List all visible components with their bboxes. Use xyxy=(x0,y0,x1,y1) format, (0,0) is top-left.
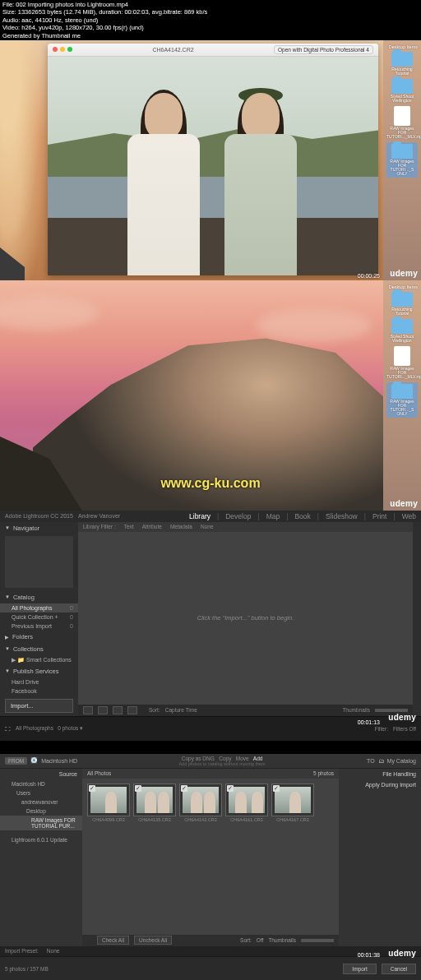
desktop-item-selected[interactable]: RAW Images FOR TUTORI..._S ONLY xyxy=(386,142,418,178)
sidebar-header: Desktop Items xyxy=(383,44,421,50)
filter-tab-metadata[interactable]: Metadata xyxy=(170,524,192,529)
grid-empty-message: Click the "Import..." button to begin. xyxy=(78,532,413,705)
mode-add[interactable]: Add xyxy=(253,756,263,761)
file-handling-panel[interactable]: File Handling xyxy=(339,769,421,779)
import-thumb[interactable]: CH6A4167.CR2 xyxy=(271,784,314,822)
collections-panel-header[interactable]: ▼Collections xyxy=(0,643,78,655)
source-tree-item[interactable]: Users xyxy=(0,788,82,797)
filmstrip-filter-value[interactable]: Filters Off xyxy=(393,726,416,732)
publish-service-item[interactable]: Facebook xyxy=(0,686,78,696)
desktop-item[interactable]: RAW Images FOR TUTORI..._MLV.zip xyxy=(386,346,418,379)
preview-window: CH6A4142.CR2 Open with Digital Photo Pro… xyxy=(48,44,378,275)
sort-label: Sort: xyxy=(240,937,252,943)
desktop-item[interactable]: RAW Images FOR TUTORI..._MLV.zip xyxy=(386,106,418,139)
import-thumb[interactable]: CH6A4142.CR2 xyxy=(179,784,222,822)
filmstrip-source[interactable]: All Photographs xyxy=(16,725,53,731)
lightroom-left-panel: ▼Navigator ▼Catalog All Photographs0 Qui… xyxy=(0,522,78,716)
import-button[interactable]: Import... xyxy=(5,699,73,713)
survey-view-icon[interactable] xyxy=(127,706,137,714)
udemy-watermark: udemy xyxy=(388,949,416,958)
cancel-button[interactable]: Cancel xyxy=(382,964,416,974)
import-thumbnail-grid: CH6A4099.CR2 CH6A4135.CR2 CH6A4142.CR2 C… xyxy=(82,779,339,935)
mode-copy[interactable]: Copy xyxy=(219,756,231,761)
catalog-icon: 🗂 xyxy=(378,758,384,764)
desktop-item[interactable]: Styled Shoot Wellington xyxy=(386,79,418,103)
sidebar-header: Desktop Items xyxy=(383,284,421,290)
source-tree-item[interactable]: Desktop xyxy=(0,807,82,816)
sort-dropdown[interactable]: Off xyxy=(257,937,264,943)
source-panel-header[interactable]: Source xyxy=(0,769,82,779)
filmstrip-nav-icon[interactable]: ⛶ xyxy=(5,726,11,732)
uncheck-all-button[interactable]: Uncheck All xyxy=(134,936,172,945)
mode-copy-dng[interactable]: Copy as DNG xyxy=(182,756,215,761)
module-map[interactable]: Map xyxy=(266,512,280,520)
catalog-panel-header[interactable]: ▼Catalog xyxy=(0,591,78,603)
source-tree-item[interactable]: andrewvanover xyxy=(0,797,82,807)
navigator-panel-header[interactable]: ▼Navigator xyxy=(0,522,78,534)
folder-icon xyxy=(391,79,413,94)
publish-service-item[interactable]: Hard Drive xyxy=(0,677,78,686)
filmstrip-count[interactable]: 0 photos ▾ xyxy=(58,725,83,731)
filter-tab-none[interactable]: None xyxy=(201,524,214,529)
folders-panel-header[interactable]: ▶Folders xyxy=(0,631,78,643)
source-tree-item[interactable]: Lightroom 6.0.1 Update xyxy=(0,835,82,844)
import-thumb[interactable]: CH6A4099.CR2 xyxy=(87,784,130,822)
import-action-button[interactable]: Import xyxy=(343,964,376,974)
collection-item[interactable]: ▶ 📁 Smart Collections xyxy=(0,655,78,665)
filter-tab-attribute[interactable]: Attribute xyxy=(142,524,162,529)
module-web[interactable]: Web xyxy=(402,512,416,520)
apply-during-import-panel[interactable]: Apply During Import xyxy=(339,779,421,790)
import-to[interactable]: TO 🗂 My Catalog xyxy=(367,758,416,764)
desktop-item[interactable]: Styled Shoot Wellington xyxy=(386,319,418,343)
close-icon[interactable] xyxy=(53,47,58,52)
library-filter-bar[interactable]: Library Filter : Text Attribute Metadata… xyxy=(78,522,413,532)
to-destination[interactable]: My Catalog xyxy=(387,758,416,764)
window-titlebar[interactable]: CH6A4142.CR2 Open with Digital Photo Pro… xyxy=(48,44,378,57)
import-thumb[interactable]: CH6A4135.CR2 xyxy=(133,784,176,822)
lightroom-right-panel-collapsed[interactable] xyxy=(413,522,421,716)
module-book[interactable]: Book xyxy=(294,512,310,520)
thumbnails-label: Thumbnails xyxy=(268,937,296,943)
import-top-bar: FROM 💽 Macintosh HD Copy as DNG Copy Mov… xyxy=(0,754,421,769)
module-print[interactable]: Print xyxy=(372,512,386,520)
publish-panel-header[interactable]: ▼Publish Services xyxy=(0,665,78,677)
import-source-panel: Source Macintosh HD Users andrewvanover … xyxy=(0,769,82,946)
thumbnail-size-slider[interactable] xyxy=(301,939,334,942)
module-library[interactable]: Library xyxy=(189,512,210,520)
loupe-view-icon[interactable] xyxy=(98,706,108,714)
import-preset-label: Import Preset: xyxy=(5,948,39,954)
hard-drive-icon: 💽 xyxy=(30,757,38,764)
window-traffic-lights[interactable] xyxy=(53,47,72,52)
catalog-item-previous-import[interactable]: Previous Import0 xyxy=(0,622,78,631)
screenshot-1-preview-window: CH6A4142.CR2 Open with Digital Photo Pro… xyxy=(0,40,421,280)
open-with-button[interactable]: Open with Digital Photo Professional 4 xyxy=(274,45,373,54)
meta-line: File: 002 Importing photos into Lightroo… xyxy=(2,1,419,8)
thumbnail-size-slider[interactable] xyxy=(375,709,408,712)
disclosure-triangle-icon: ▼ xyxy=(5,525,10,530)
grid-view-icon[interactable] xyxy=(83,706,93,714)
catalog-item-quick-collection[interactable]: Quick Collection +0 xyxy=(0,612,78,622)
desktop-item[interactable]: Retouching Tutorial xyxy=(386,52,418,76)
compare-view-icon[interactable] xyxy=(113,706,123,714)
video-timestamp: 00:01:13 xyxy=(358,719,380,725)
desktop-item-selected[interactable]: RAW Images FOR TUTORI..._S ONLY xyxy=(386,382,418,418)
minimize-icon[interactable] xyxy=(60,47,65,52)
screenshot-4-lightroom-import: FROM 💽 Macintosh HD Copy as DNG Copy Mov… xyxy=(0,754,421,980)
check-all-button[interactable]: Check All xyxy=(97,936,129,945)
tab-all-photos[interactable]: All Photos xyxy=(87,770,111,776)
navigator-preview[interactable] xyxy=(5,536,73,588)
catalog-item-all-photos[interactable]: All Photographs0 xyxy=(0,603,78,612)
mode-move[interactable]: Move xyxy=(236,756,249,761)
source-tree-item[interactable]: Macintosh HD xyxy=(0,779,82,788)
from-source[interactable]: Macintosh HD xyxy=(41,758,77,764)
sort-dropdown[interactable]: Capture Time xyxy=(165,707,197,713)
identity-plate[interactable]: Andrew Vanover xyxy=(78,513,120,519)
module-slideshow[interactable]: Slideshow xyxy=(326,512,358,520)
module-develop[interactable]: Develop xyxy=(225,512,251,520)
import-preset-dropdown[interactable]: None xyxy=(47,948,60,954)
desktop-item[interactable]: Retouching Tutorial xyxy=(386,292,418,316)
import-thumb[interactable]: CH6A4161.CR2 xyxy=(225,784,268,822)
source-tree-item-selected[interactable]: RAW Images FOR TUTORIAL PUR... xyxy=(0,816,82,830)
filter-tab-text[interactable]: Text xyxy=(124,524,134,529)
import-from[interactable]: FROM 💽 Macintosh HD xyxy=(5,757,77,765)
